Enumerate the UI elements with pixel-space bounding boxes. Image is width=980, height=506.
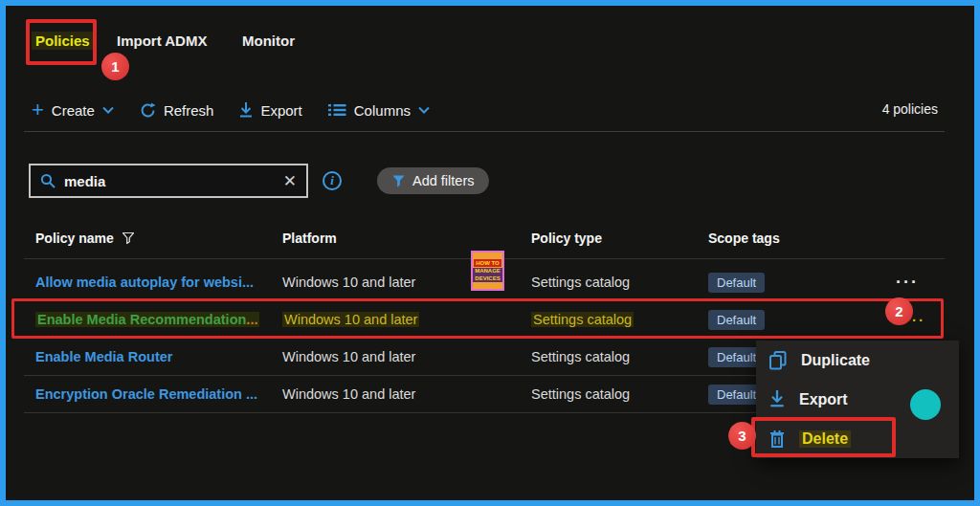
column-header-platform[interactable]: Platform	[282, 231, 337, 246]
toolbar: + Create Refresh Export	[32, 96, 430, 124]
download-icon	[769, 390, 785, 408]
refresh-button-label: Refresh	[164, 102, 214, 119]
policy-link[interactable]: Encryption Oracle Remediation ...	[35, 386, 257, 402]
search-input[interactable]	[64, 173, 283, 189]
add-filters-button[interactable]: Add filters	[377, 167, 489, 194]
policy-link[interactable]: Enable Media Router	[35, 349, 172, 364]
columns-button[interactable]: Columns	[328, 102, 430, 119]
row-ellipsis-icon[interactable]: ···	[896, 272, 919, 292]
add-filters-label: Add filters	[412, 173, 474, 188]
search-icon	[40, 173, 56, 188]
tab-monitor[interactable]: Monitor	[242, 33, 295, 49]
toolbar-divider	[24, 131, 945, 132]
policy-link[interactable]: Allow media autoplay for websi...	[35, 275, 254, 290]
columns-button-label: Columns	[354, 102, 411, 119]
intune-policies-screen: Policies Import ADMX Monitor + Create Re…	[0, 0, 980, 506]
platform-cell: Windows 10 and later	[282, 386, 415, 402]
filter-funnel-icon	[392, 175, 405, 187]
column-header-scope-tags[interactable]: Scope tags	[708, 231, 780, 246]
logo-line1: HOW TO	[474, 259, 501, 267]
platform-cell: Windows 10 and later	[282, 349, 415, 364]
create-button[interactable]: + Create	[32, 99, 114, 121]
download-icon	[239, 102, 253, 119]
close-icon[interactable]: ✕	[283, 173, 297, 189]
menu-item-label: Export	[799, 391, 848, 408]
policy-name-header-label: Policy name	[35, 231, 114, 246]
cursor-highlight-dot	[910, 389, 941, 420]
info-icon[interactable]: i	[323, 171, 342, 190]
export-button[interactable]: Export	[239, 102, 301, 119]
tab-import-admx[interactable]: Import ADMX	[117, 33, 207, 49]
menu-item-label: Duplicate	[801, 352, 870, 369]
policy-type-cell: Settings catalog	[531, 386, 630, 402]
annotation-step-1: 1	[101, 53, 129, 80]
columns-list-icon	[328, 103, 346, 117]
policy-type-cell: Settings catalog	[531, 349, 630, 364]
annotation-box-delete	[751, 417, 896, 457]
howtomanagedevices-logo: HOW TO MANAGEDEVICES	[471, 251, 504, 291]
copy-icon	[769, 351, 787, 370]
platform-cell: Windows 10 and later	[282, 275, 415, 290]
scope-tag-badge: Default	[708, 275, 765, 290]
annotation-box-selected-row	[11, 298, 944, 339]
create-button-label: Create	[52, 102, 95, 119]
export-button-label: Export	[260, 102, 301, 119]
annotation-step-2: 2	[885, 297, 913, 325]
chevron-down-icon	[418, 106, 430, 114]
column-header-policy-name[interactable]: Policy name	[35, 231, 134, 246]
search-box: ✕	[29, 164, 308, 198]
chevron-down-icon	[102, 106, 114, 114]
plus-icon: +	[32, 99, 44, 121]
logo-line2: MANAGEDEVICES	[473, 268, 502, 282]
refresh-button[interactable]: Refresh	[140, 102, 214, 119]
annotation-step-3: 3	[728, 422, 756, 450]
annotation-box-policies-tab	[26, 19, 97, 65]
menu-item-duplicate[interactable]: Duplicate	[756, 341, 959, 380]
refresh-icon	[140, 102, 156, 119]
filter-funnel-icon	[122, 232, 134, 244]
policy-count: 4 policies	[882, 101, 938, 117]
policy-type-cell: Settings catalog	[531, 275, 630, 290]
column-header-policy-type[interactable]: Policy type	[531, 231, 602, 246]
